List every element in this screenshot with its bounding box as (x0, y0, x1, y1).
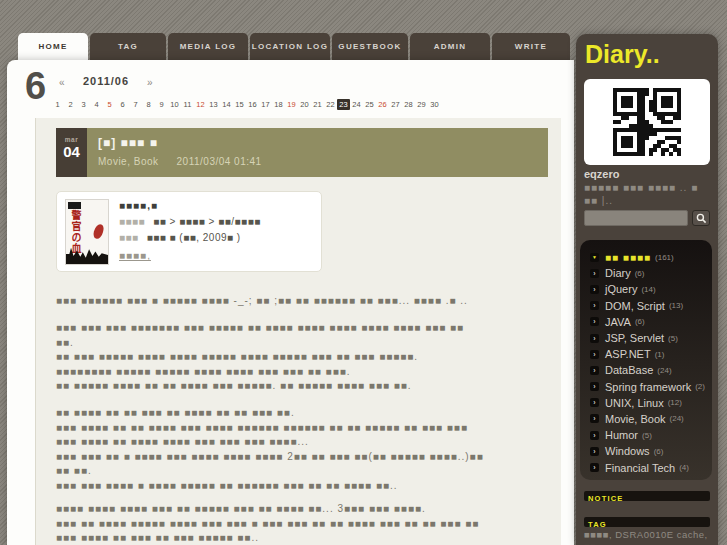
calendar-day-14: 14 (220, 100, 233, 109)
category-item-financial-tech[interactable]: ›Financial Tech(4) (590, 459, 712, 475)
category-count: (5) (642, 431, 652, 440)
category-label: Diary (605, 267, 631, 279)
calendar-day-3: 3 (77, 100, 90, 109)
calendar-next-button[interactable]: » (147, 77, 153, 88)
category-bullet-icon: › (590, 366, 599, 375)
book-meta-row: ■■■■■■ ■ (■■, 2009■ ) (119, 232, 241, 243)
qr-code-icon (613, 88, 681, 156)
tab-guestbook[interactable]: GUESTBOOK (332, 33, 408, 60)
category-count: (6) (654, 447, 664, 456)
post-text-line: ■■■ ■■■ ■■■ ■■■■■■■ ■■■ ■■■■■ ■■ ■■■■ ■■… (56, 321, 556, 336)
category-count: (12) (668, 398, 682, 407)
category-item-windows[interactable]: ›Windows(6) (590, 443, 712, 459)
calendar-title: 2011/06 (73, 75, 139, 87)
calendar-day-29: 29 (415, 100, 428, 109)
category-label: ASP.NET (605, 348, 651, 360)
blog-page: HOMETAGMEDIA LOGLOCATION LOGGUESTBOOKADM… (0, 0, 727, 545)
book-title: ■■■■,■ (119, 200, 158, 211)
category-item-movie-book[interactable]: ›Movie, Book(24) (590, 411, 712, 427)
post-text-line: ■■■ ■■■■ ■■ ■■ ■■■■ ■■■ ■■■■ ■■■■■■ ■■■■… (56, 421, 556, 436)
calendar-day-11: 11 (181, 100, 194, 109)
tab-home[interactable]: HOME (18, 33, 88, 60)
calendar-day-25: 25 (363, 100, 376, 109)
category-bullet-icon: › (590, 285, 599, 294)
calendar-day-5: 5 (103, 100, 116, 109)
calendar-day-23[interactable]: 23 (337, 100, 350, 109)
category-bullet-icon: › (590, 301, 599, 310)
tag-label: TAG (588, 520, 607, 529)
calendar-day-28: 28 (402, 100, 415, 109)
post-text-line: ■■■ ■■■ ■■ ■ ■■■■ ■■■ ■■■■ ■■■■ ■■■■ 2■■… (56, 450, 556, 465)
book-meta-row: ■■■■■■ > ■■■■ > ■■/■■■■ (119, 216, 261, 227)
category-item-unix-linux[interactable]: ›UNIX, Linux(12) (590, 395, 712, 411)
post-timestamp: 2011/03/04 01:41 (177, 156, 262, 167)
category-label: Humor (605, 429, 638, 441)
calendar-prev-button[interactable]: « (59, 77, 65, 88)
category-item-java[interactable]: ›JAVA(6) (590, 314, 712, 330)
post-content-area: mar 04 [■] ■■■ ■ Movie, Book2011/03/04 0… (35, 118, 561, 545)
post-text-line: ■■■ ■■■■ ■■ ■■■■ ■■■■ ■■■ ■■■ ■■■ ■■■■..… (56, 435, 556, 450)
tab-media-log[interactable]: MEDIA LOG (168, 33, 248, 60)
category-count: (6) (635, 269, 645, 278)
post-text-line: ■■■ ■■■ ■■■■ ■ ■■■■ ■■■■■ ■■ ■■■■■■ ■■■ … (56, 479, 556, 494)
category-all[interactable]: ▼■■ ■■■■(161) (590, 249, 712, 265)
post-date-day: 04 (56, 143, 87, 160)
category-label: jQuery (605, 283, 637, 295)
category-item-humor[interactable]: ›Humor(5) (590, 427, 712, 443)
calendar-day-9: 9 (155, 100, 168, 109)
calendar-day-17: 17 (259, 100, 272, 109)
tab-tag[interactable]: TAG (90, 33, 166, 60)
post-title-link[interactable]: [■] ■■■ ■ (98, 136, 158, 150)
tag-cloud[interactable]: ■■■■, DSRA0010E cache, ■■■■, ■■■/■■■■, ■… (584, 529, 712, 545)
category-item-diary[interactable]: ›Diary(6) (590, 265, 712, 281)
tab-admin[interactable]: ADMIN (410, 33, 490, 60)
category-bullet-icon: › (590, 269, 599, 278)
post-text-line: ■■■ ■■ ■■■■ ■■■■■ ■■■■ ■■■ ■■■ ■ ■■■ ■■■… (56, 517, 556, 532)
category-list: ▼■■ ■■■■(161)›Diary(6)›jQuery(14)›DOM, S… (580, 240, 712, 480)
category-bullet-icon: › (590, 350, 599, 359)
category-count: (13) (669, 301, 683, 310)
blog-title-link[interactable]: Diary.. (585, 40, 660, 69)
top-tab-bar: HOMETAGMEDIA LOGLOCATION LOGGUESTBOOKADM… (18, 33, 570, 60)
search-input[interactable] (584, 210, 688, 226)
book-more-link[interactable]: ■■■■, (119, 250, 151, 261)
post-text-line: ■■ ■■■■ ■■ ■■ ■■■ ■■ ■■■■ ■■ ■■ ■■■ ■■. (56, 406, 556, 421)
search-button[interactable] (692, 210, 710, 226)
category-label: UNIX, Linux (605, 397, 664, 409)
category-bullet-icon: › (590, 334, 599, 343)
post-paragraph: ■■ ■■■■ ■■ ■■ ■■■ ■■ ■■■■ ■■ ■■ ■■■ ■■.■… (56, 406, 556, 493)
calendar-day-16: 16 (246, 100, 259, 109)
category-item-jsp-servlet[interactable]: ›JSP, Servlet(5) (590, 330, 712, 346)
post-text-line: ■■■ ■■■■■■ ■■■ ■ ■■■■■ ■■■■ -_-; ■■ ;■■ … (56, 294, 556, 309)
post-date-month: mar (56, 136, 87, 143)
post-meta: Movie, Book2011/03/04 01:41 (98, 156, 262, 167)
post-category-link[interactable]: Movie, Book (98, 156, 159, 167)
calendar-day-1: 1 (51, 100, 64, 109)
tab-write[interactable]: WRITE (492, 33, 570, 60)
calendar-day-27: 27 (389, 100, 402, 109)
category-count: (14) (641, 285, 655, 294)
tag-line[interactable]: ■■■■, DSRA0010E cache, ■■ (584, 529, 712, 545)
profile-description-line: ■■ |.. (584, 194, 698, 207)
category-item-database[interactable]: ›DataBase(24) (590, 362, 712, 378)
category-label: Financial Tech (605, 462, 675, 474)
post-header: mar 04 [■] ■■■ ■ Movie, Book2011/03/04 0… (56, 128, 548, 177)
profile-description: ■■■■■ ■■■ ■■■■ .. ■■■ |.. (584, 181, 698, 207)
category-count: (4) (679, 463, 689, 472)
category-item-jquery[interactable]: ›jQuery(14) (590, 281, 712, 297)
category-item-asp-net[interactable]: ›ASP.NET(1) (590, 346, 712, 362)
category-item-spring-framework[interactable]: ›Spring framework(2) (590, 379, 712, 395)
category-label: ■■ ■■■■ (605, 252, 651, 263)
category-bullet-icon: › (590, 431, 599, 440)
category-item-dom-script[interactable]: ›DOM, Script(13) (590, 298, 712, 314)
calendar-day-26: 26 (376, 100, 389, 109)
calendar-day-13: 13 (207, 100, 220, 109)
calendar-days: 1234567891011121314151617181920212223242… (51, 93, 471, 111)
category-label: Movie, Book (605, 413, 666, 425)
category-bullet-icon: › (590, 414, 599, 423)
book-cover-title: 警官の血 (68, 210, 83, 254)
calendar-day-30: 30 (428, 100, 441, 109)
tab-location-log[interactable]: LOCATION LOG (250, 33, 330, 60)
calendar-day-6: 6 (116, 100, 129, 109)
category-label: DOM, Script (605, 300, 665, 312)
